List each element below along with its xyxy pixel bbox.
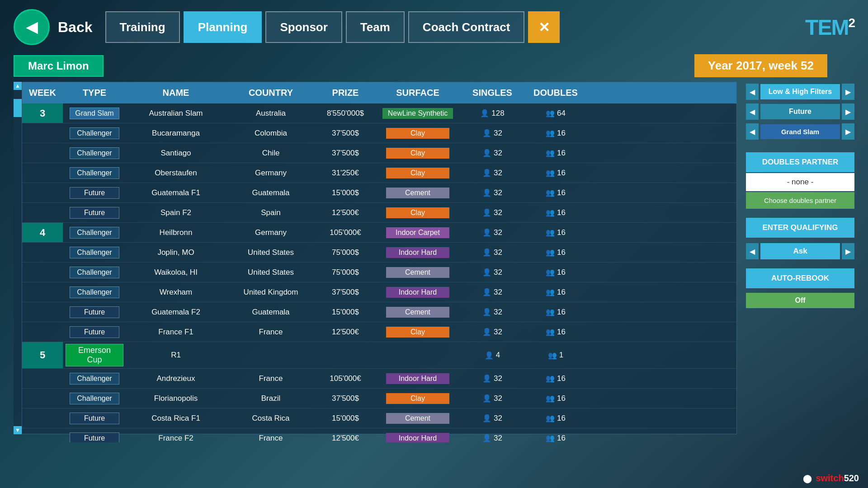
header-prize: PRIZE [316,86,375,100]
year-label: Year 2017, week 52 [694,54,827,77]
table-row[interactable]: FutureGuatemala F1Guatemala15'000$Cement… [22,183,736,203]
table-row[interactable]: FutureFrance F2France12'500€Indoor Hard👤… [22,428,736,442]
choose-doubles-partner-button[interactable]: Choose doubles partner [746,192,854,209]
doubles-partner-section: DOUBLES PARTNER - none - Choose doubles … [746,152,854,209]
app-logo: TEM2 [805,15,854,40]
sponsor-tab[interactable]: Sponsor [265,11,342,43]
table-row[interactable]: ChallengerFlorianopolisBrazil37'500$Clay… [22,389,736,408]
table-row[interactable]: ChallengerWrexhamUnited Kingdom37'500$In… [22,282,736,302]
coach-contract-tab[interactable]: Coach Contract [408,11,525,43]
future-right-arrow[interactable]: ▶ [842,103,854,120]
auto-rebook-value: Off [746,293,854,308]
low-high-filter-label[interactable]: Low & High Filters [760,84,840,99]
table-row[interactable]: 3Grand SlamAustralian SlamAustralia8'550… [22,103,736,123]
back-label: Back [58,19,93,36]
header-singles: SINGLES [461,86,524,100]
close-button[interactable]: ✕ [528,11,560,43]
table-row[interactable]: 5Emerson CupR1👤4👥1 [22,342,736,369]
scroll-down-button[interactable]: ▼ [14,426,22,434]
planning-tab[interactable]: Planning [184,11,262,43]
doubles-partner-title: DOUBLES PARTNER [746,152,854,172]
tournament-list: 3Grand SlamAustralian SlamAustralia8'550… [22,103,736,442]
table-header: WEEK TYPE NAME COUNTRY PRIZE SURFACE SIN… [22,82,736,103]
header-country: COUNTRY [226,86,316,100]
future-filter-label[interactable]: Future [760,104,840,119]
header-surface: SURFACE [375,86,461,100]
ask-label[interactable]: Ask [760,243,840,259]
vertical-scrollbar[interactable]: ▲ ▼ [14,82,22,434]
table-row[interactable]: ChallengerWaikoloa, HIUnited States75'00… [22,263,736,282]
table-row[interactable]: ChallengerAndrezieuxFrance105'000€Indoor… [22,369,736,389]
table-row[interactable]: ChallengerBucaramangaColombia37'500$Clay… [22,123,736,143]
team-tab[interactable]: Team [346,11,405,43]
nintendo-watermark: ⬤ switch520 [803,473,859,483]
filter-right-arrow[interactable]: ▶ [842,84,854,100]
ask-right-arrow[interactable]: ▶ [842,243,854,259]
header-name: NAME [126,86,226,100]
enter-qualifying-button[interactable]: ENTER QUALIFYING [746,218,854,238]
filter-left-arrow[interactable]: ◀ [746,84,759,100]
scroll-thumb[interactable] [14,99,22,117]
back-arrow-icon: ◀ [26,19,38,36]
player-name: Marc Limon [14,55,104,77]
grand-slam-filter-row: ◀ Grand Slam ▶ [746,123,854,140]
future-filter-row: ◀ Future ▶ [746,103,854,120]
table-row[interactable]: ChallengerSantiagoChile37'500$Clay👤32👥16 [22,143,736,163]
grand-slam-left-arrow[interactable]: ◀ [746,123,759,140]
future-left-arrow[interactable]: ◀ [746,103,759,120]
header-type: TYPE [63,86,126,100]
grand-slam-filter-label[interactable]: Grand Slam [760,124,840,139]
table-row[interactable]: ChallengerOberstaufenGermany31'250€Clay👤… [22,163,736,183]
table-row[interactable]: FutureCosta Rica F1Costa Rica15'000$Ceme… [22,408,736,428]
header-doubles: DOUBLES [524,86,587,100]
header-week: WEEK [22,86,63,100]
table-row[interactable]: FutureSpain F2Spain12'500€Clay👤32👥16 [22,203,736,223]
right-panel: ◀ Low & High Filters ▶ ◀ Future ▶ ◀ Gran… [746,82,854,434]
ask-left-arrow[interactable]: ◀ [746,243,759,259]
doubles-partner-value: - none - [746,173,854,191]
grand-slam-right-arrow[interactable]: ▶ [842,123,854,140]
auto-rebook-button[interactable]: AUTO-REBOOK [746,268,854,288]
table-row[interactable]: ChallengerJoplin, MOUnited States75'000$… [22,243,736,263]
back-button[interactable]: ◀ [14,9,50,45]
training-tab[interactable]: Training [105,11,180,43]
table-row[interactable]: FutureGuatemala F2Guatemala15'000$Cement… [22,302,736,322]
table-row[interactable]: 4ChallengerHeilbronnGermany105'000€Indoo… [22,223,736,243]
ask-row: ◀ Ask ▶ [746,243,854,259]
table-row[interactable]: FutureFrance F1France12'500€Clay👤32👥16 [22,322,736,342]
low-high-filter-row: ◀ Low & High Filters ▶ [746,84,854,100]
scroll-up-button[interactable]: ▲ [14,82,22,90]
